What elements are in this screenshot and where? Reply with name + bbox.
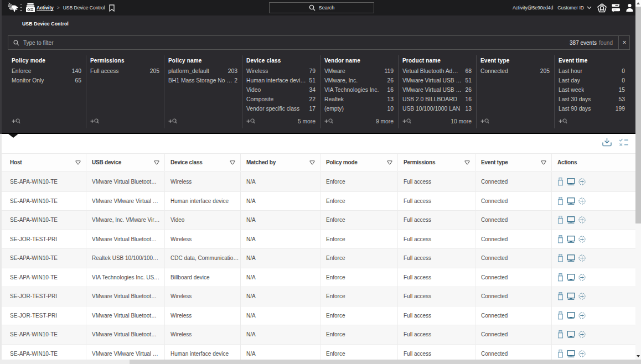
device-monitor-icon[interactable] [567, 331, 575, 338]
facet-add-filter-button[interactable] [324, 118, 333, 124]
column-header-permissions[interactable]: Permissions [397, 154, 475, 171]
facet-value[interactable]: VMware, Inc.26 [324, 76, 394, 85]
horizontal-scrollbar-thumb[interactable] [130, 360, 641, 364]
device-monitor-icon[interactable] [567, 178, 575, 185]
column-filter-icon[interactable] [75, 160, 81, 165]
facet-value[interactable]: Composite22 [246, 95, 316, 104]
device-monitor-icon[interactable] [567, 312, 575, 319]
facet-value[interactable]: BH1 Mass Storage No …2 [168, 76, 237, 85]
column-header-host[interactable]: Host [2, 154, 86, 171]
collapse-filters-handle[interactable] [8, 134, 18, 138]
add-circle-icon[interactable] [578, 350, 586, 357]
column-header-policy-mode[interactable]: Policy mode [320, 154, 397, 171]
device-monitor-icon[interactable] [567, 254, 575, 262]
table-row[interactable]: SE-APA-WIN10-TEVMware VMware Virtual …Hu… [2, 191, 635, 211]
add-circle-icon[interactable] [578, 312, 586, 319]
device-monitor-icon[interactable] [567, 274, 575, 281]
device-monitor-icon[interactable] [567, 197, 575, 205]
usb-device-icon[interactable] [557, 235, 564, 243]
add-circle-icon[interactable] [578, 216, 586, 223]
facet-value[interactable]: Video34 [246, 85, 316, 95]
scroll-down-button[interactable] [635, 352, 641, 360]
facet-value[interactable]: VIA Technologies Inc.16 [324, 85, 394, 95]
table-row[interactable]: SE-JOR-TEST-PRIVMware Virtual Bluetoot…W… [2, 306, 635, 325]
facet-value[interactable]: Connected205 [480, 66, 550, 76]
device-monitor-icon[interactable] [567, 236, 575, 243]
add-circle-icon[interactable] [578, 197, 586, 205]
facet-add-filter-button[interactable] [12, 118, 20, 124]
add-circle-icon[interactable] [578, 274, 586, 281]
facet-value[interactable]: Last 30 days53 [559, 95, 625, 104]
facet-add-filter-button[interactable] [480, 118, 489, 124]
facet-add-filter-button[interactable] [559, 118, 567, 124]
column-filter-icon[interactable] [464, 160, 470, 165]
global-search-button[interactable]: Search [269, 2, 374, 13]
facet-value[interactable]: Last day0 [559, 76, 625, 85]
facet-value[interactable]: Human interface devi…51 [246, 76, 316, 85]
export-download-button[interactable] [602, 138, 612, 147]
table-row[interactable]: SE-APA-WIN10-TEVMware Virtual Bluetoot…W… [2, 172, 635, 191]
facet-value[interactable]: Last 90 days199 [559, 104, 625, 113]
facet-more-link[interactable]: 10 more [451, 118, 472, 124]
column-header-device-class[interactable]: Device class [164, 154, 240, 171]
usb-device-icon[interactable] [557, 292, 564, 300]
device-monitor-icon[interactable] [567, 350, 575, 357]
facet-add-filter-button[interactable] [246, 118, 255, 124]
device-monitor-icon[interactable] [567, 293, 575, 300]
table-row[interactable]: SE-JOR-TEST-PRIVMware Virtual Bluetoot…W… [2, 287, 635, 306]
column-header-event-type[interactable]: Event type [475, 154, 551, 171]
scroll-up-button[interactable] [635, 0, 641, 7]
facet-value[interactable]: Wireless79 [246, 66, 316, 76]
table-row[interactable]: SE-APA-WIN10-TEVMware Virtual Bluetoot…W… [2, 325, 635, 344]
column-filter-icon[interactable] [230, 160, 235, 165]
facet-add-filter-button[interactable] [90, 118, 99, 124]
facet-add-filter-button[interactable] [402, 118, 411, 124]
facet-add-filter-button[interactable] [168, 118, 177, 124]
column-header-actions[interactable]: Actions [551, 154, 635, 171]
notifications-icon[interactable] [611, 2, 621, 14]
breadcrumb-activity-link[interactable]: Activity [37, 5, 54, 11]
facet-value[interactable]: VMware Virtual USB …26 [402, 85, 472, 95]
facet-value[interactable]: Enforce140 [12, 66, 81, 76]
facet-value[interactable]: Last hour0 [559, 66, 625, 76]
vertical-scrollbar[interactable] [635, 0, 641, 364]
table-row[interactable]: SE-APA-WIN10-TEVMware, Inc. VMware Vir…V… [2, 210, 635, 230]
facet-value[interactable]: USB 10/100/1000 LAN13 [402, 104, 472, 113]
usb-device-icon[interactable] [557, 273, 564, 282]
table-row[interactable]: SE-APA-WIN10-TERealtek USB 10/100/100…CD… [2, 248, 635, 268]
column-filter-icon[interactable] [309, 160, 315, 165]
usb-device-icon[interactable] [557, 178, 564, 186]
usb-device-icon[interactable] [557, 311, 564, 320]
facet-value[interactable]: Vendor specific class17 [246, 104, 316, 113]
horizontal-scrollbar[interactable] [0, 360, 641, 364]
add-circle-icon[interactable] [578, 331, 586, 338]
usb-device-icon[interactable] [557, 330, 564, 339]
column-filter-icon[interactable] [541, 160, 546, 165]
facet-value[interactable]: Virtual Bluetooth Ad…68 [402, 66, 472, 76]
facet-value[interactable]: USB 2.0 BILLBOARD16 [402, 95, 472, 104]
usb-device-icon[interactable] [557, 197, 564, 205]
add-circle-icon[interactable] [578, 236, 586, 243]
vertical-scrollbar-thumb[interactable] [635, 7, 641, 223]
facet-value[interactable]: platform_default203 [168, 66, 237, 76]
usb-device-icon[interactable] [557, 350, 564, 358]
facet-value[interactable]: Full access205 [90, 66, 159, 76]
column-settings-button[interactable] [619, 138, 629, 147]
filter-search-bar[interactable]: Type to filter 387 events found × [8, 35, 630, 50]
column-header-usb-device[interactable]: USB device [86, 154, 164, 171]
add-circle-icon[interactable] [578, 178, 586, 185]
clear-filter-button[interactable]: × [618, 35, 630, 50]
facet-value[interactable]: VMware Virtual USB …51 [402, 76, 472, 85]
user-profile-icon[interactable] [625, 2, 634, 14]
add-circle-icon[interactable] [578, 293, 586, 300]
column-filter-icon[interactable] [387, 160, 392, 165]
facet-value[interactable]: (empty)10 [324, 104, 394, 113]
facet-value[interactable]: VMware119 [324, 66, 394, 76]
table-row[interactable]: SE-JOR-TEST-PRIVMware Virtual Bluetoot…W… [2, 230, 635, 249]
column-header-matched-by[interactable]: Matched by [240, 154, 320, 171]
device-monitor-icon[interactable] [567, 216, 575, 223]
inventory-app-icon[interactable] [26, 3, 35, 12]
usb-device-icon[interactable] [557, 254, 564, 262]
facet-value[interactable]: Monitor Only65 [12, 76, 81, 85]
add-circle-icon[interactable] [578, 254, 586, 262]
